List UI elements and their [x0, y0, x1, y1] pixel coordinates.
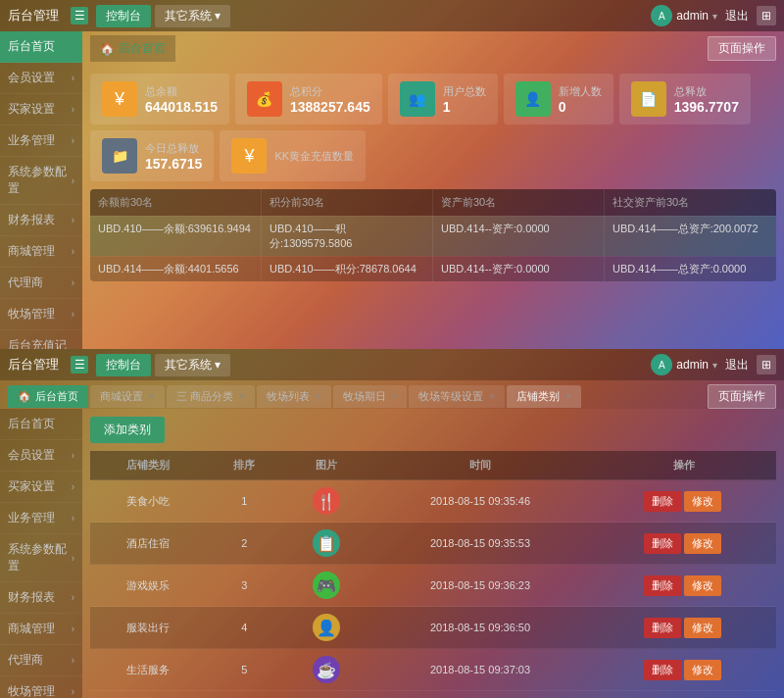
sidebar-item-sysconfig[interactable]: 系统参数配置 ›	[0, 157, 82, 205]
chevron-icon: ›	[72, 686, 74, 697]
sidebar2-agent[interactable]: 代理商 ›	[0, 645, 82, 676]
admin-btn2[interactable]: admin	[676, 358, 709, 372]
edit-btn[interactable]: 修改	[684, 491, 721, 512]
delete-btn[interactable]: 删除	[644, 575, 681, 596]
table-row: 美食小吃 1 🍴 2018-08-15 09:35:46 删除 修改	[90, 480, 776, 523]
stat-label: 总积分	[290, 84, 370, 99]
tab-store-cat[interactable]: 店铺类别 ×	[507, 385, 581, 408]
table-row: 酒店住宿 2 📋 2018-08-15 09:35:53 删除 修改	[90, 523, 776, 565]
delete-btn[interactable]: 删除	[644, 533, 681, 554]
store-icon-life: ☕	[313, 656, 340, 683]
close-icon[interactable]: ×	[239, 391, 245, 402]
delete-btn[interactable]: 删除	[644, 618, 681, 638]
sidebar2-mall[interactable]: 商城管理 ›	[0, 614, 82, 645]
store-table-body: 美食小吃 1 🍴 2018-08-15 09:35:46 删除 修改	[90, 480, 776, 691]
close-icon[interactable]: ×	[392, 391, 398, 402]
edit-btn[interactable]: 修改	[684, 533, 721, 554]
sidebar-item-biz[interactable]: 业务管理 ›	[0, 125, 82, 157]
page-action-area: 页面操作	[708, 384, 776, 409]
edit-btn[interactable]: 修改	[684, 575, 721, 596]
cell-name: 游戏娱乐	[90, 565, 206, 607]
sidebar2-home[interactable]: 后台首页	[0, 409, 82, 440]
col-header-0: 余额前30名	[90, 189, 262, 216]
sidebar-item-member[interactable]: 会员设置 ›	[0, 63, 82, 94]
sidebar-item-ranch[interactable]: 牧场管理 ›	[0, 299, 82, 330]
sidebar2-buyer[interactable]: 买家设置 ›	[0, 472, 82, 503]
nav-other[interactable]: 其它系统 ▾	[155, 5, 230, 27]
menu-icon[interactable]: ☰	[71, 7, 88, 25]
close-icon[interactable]: ×	[489, 391, 495, 402]
delete-btn[interactable]: 删除	[644, 491, 681, 512]
sidebar2-ranch[interactable]: 牧场管理 ›	[0, 676, 82, 698]
sidebar-item-finance[interactable]: 财务报表 ›	[0, 205, 82, 236]
admin-area2: A admin ▾	[651, 354, 717, 375]
cell-1-2: UBD.414--资产:0.0000	[433, 256, 605, 281]
cell-time: 2018-08-15 09:36:50	[369, 607, 591, 649]
chevron-icon: ›	[72, 592, 74, 603]
sidebar2-sysconfig[interactable]: 系统参数配置 ›	[0, 534, 82, 582]
tab-ranch-list[interactable]: 牧场列表 ×	[257, 385, 331, 408]
cell-name: 服装出行	[90, 607, 206, 649]
admin-btn[interactable]: admin	[676, 9, 709, 23]
grid-icon[interactable]: ⊞	[757, 6, 776, 25]
cell-action: 删除 修改	[591, 565, 776, 607]
chevron-icon: ›	[72, 215, 74, 225]
stat-label: 总余额	[145, 84, 218, 99]
stat-value: 1	[443, 99, 486, 115]
chevron-icon: ›	[72, 246, 74, 257]
close-icon[interactable]: ×	[565, 391, 571, 402]
th-img: 图片	[282, 451, 369, 480]
close-icon[interactable]: ×	[149, 391, 155, 402]
cell-img: 🍴	[282, 480, 369, 523]
edit-btn[interactable]: 修改	[684, 660, 721, 680]
sidebar-label: 系统参数配置	[8, 164, 72, 197]
page-action-btn[interactable]: 页面操作	[708, 36, 776, 61]
sidebar-label: 后台首页	[8, 416, 55, 432]
sidebar-label: 买家设置	[8, 478, 55, 495]
data-row-0: UBD.410——余额:639616.9494 UBD.410——积分:1309…	[90, 216, 776, 256]
nav-other2[interactable]: 其它系统 ▾	[155, 354, 230, 376]
stat-info-kk: KK黄金充值数量	[274, 149, 354, 164]
delete-btn[interactable]: 删除	[644, 660, 681, 680]
cell-img: 👤	[282, 607, 369, 649]
grid-icon2[interactable]: ⊞	[757, 355, 776, 374]
chevron-icon: ›	[72, 623, 74, 634]
stat-card-users: 👥 用户总数 1	[388, 74, 498, 125]
edit-btn[interactable]: 修改	[684, 618, 721, 638]
sidebar-item-agent[interactable]: 代理商 ›	[0, 268, 82, 299]
tab-label: 三 商品分类	[176, 389, 233, 404]
stat-info-release: 总释放 1396.7707	[674, 84, 739, 115]
nav-console2[interactable]: 控制台	[96, 354, 151, 376]
sidebar-item-mall[interactable]: 商城管理 ›	[0, 236, 82, 268]
avatar2: A	[651, 354, 672, 375]
tab-ranch-day[interactable]: 牧场期日 ×	[333, 385, 408, 408]
exit-btn2[interactable]: 退出	[725, 357, 749, 374]
tab-home[interactable]: 🏠 后台首页	[8, 385, 88, 408]
tab-product-cat[interactable]: 三 商品分类 ×	[167, 385, 255, 408]
users-icon: 👥	[400, 81, 435, 117]
sidebar-item-buyer[interactable]: 买家设置 ›	[0, 94, 82, 125]
sidebar-item-home[interactable]: 后台首页	[0, 31, 82, 63]
sidebar2-finance[interactable]: 财务报表 ›	[0, 582, 82, 614]
header-right: A admin ▾ 退出 ⊞	[651, 5, 776, 26]
nav-console[interactable]: 控制台	[96, 5, 151, 27]
sidebar-label: 代理商	[8, 652, 43, 669]
tab-label: 商城设置	[100, 389, 143, 404]
tab-mall-settings[interactable]: 商城设置 ×	[90, 385, 165, 408]
add-btn[interactable]: 添加类别	[90, 417, 165, 443]
close-icon[interactable]: ×	[316, 391, 321, 402]
sidebar2-member[interactable]: 会员设置 ›	[0, 440, 82, 472]
exit-btn[interactable]: 退出	[725, 8, 749, 25]
col-header-3: 社交资产前30名	[605, 189, 776, 216]
page-action-btn2[interactable]: 页面操作	[708, 384, 776, 409]
sidebar2-biz[interactable]: 业务管理 ›	[0, 503, 82, 534]
sidebar-item-recharge[interactable]: 后台充值记录 ›	[0, 330, 82, 349]
sidebar-label: 牧场管理	[8, 683, 55, 698]
admin-chevron2: ▾	[712, 360, 717, 371]
th-order: 排序	[206, 451, 282, 480]
menu-icon2[interactable]: ☰	[71, 356, 88, 374]
store-icon-food: 🍴	[313, 487, 340, 515]
tab-ranch-level[interactable]: 牧场等级设置 ×	[409, 385, 505, 408]
stat-card-kk: ¥ KK黄金充值数量	[220, 130, 366, 181]
tab-label: 店铺类别	[516, 389, 560, 404]
